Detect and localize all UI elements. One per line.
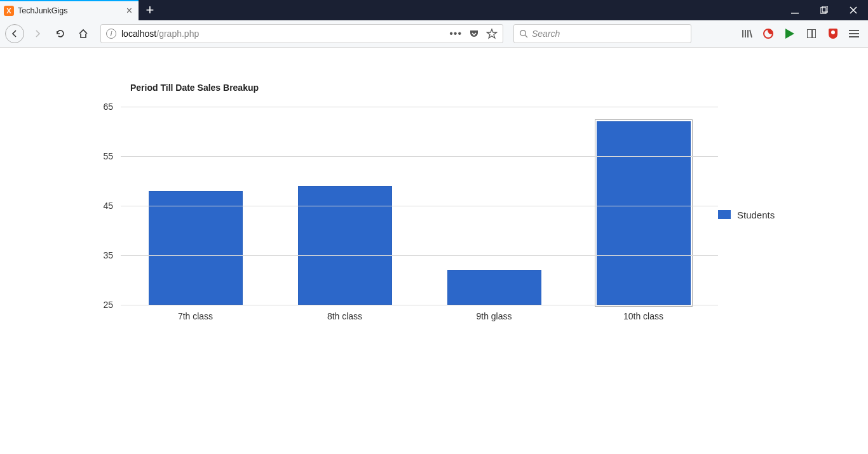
chart-y-tick-label: 55 — [103, 151, 113, 161]
library-icon[interactable] — [741, 28, 752, 39]
home-button[interactable] — [74, 24, 93, 43]
url-host: localhost — [121, 29, 156, 39]
search-bar[interactable] — [513, 24, 691, 43]
favicon-xampp-icon: X — [4, 6, 14, 16]
pocket-icon[interactable] — [468, 28, 480, 39]
chart-container: Period Till Date Sales Breakup 253545556… — [83, 83, 813, 321]
search-icon — [519, 29, 528, 38]
chart-title: Period Till Date Sales Breakup — [130, 83, 813, 93]
chart-gridline — [121, 107, 718, 107]
chart-x-axis: 7th class8th class9th glass10th class — [121, 311, 718, 321]
chart-x-tick-label: 7th class — [121, 311, 270, 321]
chart-x-tick-label: 8th class — [270, 311, 419, 321]
legend-swatch-icon — [718, 210, 731, 219]
tab-title: TechJunkGigs — [18, 6, 124, 15]
urlbar-actions: ••• — [449, 28, 498, 39]
search-input[interactable] — [532, 29, 686, 39]
chart-y-tick-label: 25 — [103, 300, 113, 310]
browser-toolbar: i localhost/graph.php ••• — [0, 20, 868, 48]
browser-tab-active[interactable]: X TechJunkGigs × — [0, 0, 139, 20]
opera-icon[interactable] — [763, 28, 774, 39]
address-bar[interactable]: i localhost/graph.php ••• — [100, 24, 503, 43]
url-display: localhost/graph.php — [121, 29, 444, 39]
chart-bar[interactable] — [149, 191, 243, 305]
chart-x-tick-label: 9th glass — [419, 311, 569, 321]
chart-bar[interactable] — [298, 186, 392, 305]
chart-gridline — [121, 206, 718, 206]
chart-gridline — [121, 255, 718, 256]
page-actions-icon[interactable]: ••• — [449, 28, 462, 39]
chart-gridline — [121, 156, 718, 157]
window-maximize-button[interactable] — [810, 0, 839, 20]
window-title-bar: X TechJunkGigs × + — [0, 0, 868, 20]
site-info-icon[interactable]: i — [106, 29, 116, 39]
chart-y-tick-label: 35 — [103, 250, 113, 260]
back-button[interactable] — [5, 24, 24, 43]
bookmark-star-icon[interactable] — [486, 28, 498, 39]
window-controls — [780, 0, 868, 20]
chart-legend: Students — [718, 107, 775, 321]
svg-point-3 — [520, 30, 526, 36]
reload-button[interactable] — [51, 24, 70, 43]
toolbar-extensions — [741, 28, 863, 39]
chart-y-tick-label: 65 — [103, 102, 113, 112]
chart-bar[interactable] — [597, 121, 691, 305]
chart-gridline — [121, 305, 718, 305]
svg-rect-0 — [791, 13, 799, 14]
shield-icon[interactable] — [827, 28, 839, 39]
chart-bar[interactable] — [447, 270, 541, 305]
forward-button[interactable] — [28, 24, 47, 43]
sidebar-icon[interactable] — [806, 28, 817, 39]
chart-plot-area: 2535455565 — [121, 107, 718, 305]
tab-close-icon[interactable]: × — [124, 5, 135, 17]
page-content: Period Till Date Sales Breakup 253545556… — [0, 48, 868, 454]
window-minimize-button[interactable] — [780, 0, 810, 20]
hamburger-menu-icon[interactable] — [849, 30, 859, 37]
legend-label: Students — [737, 210, 775, 220]
url-path: /graph.php — [156, 29, 199, 39]
window-close-button[interactable] — [839, 0, 868, 20]
new-tab-button[interactable]: + — [139, 0, 161, 20]
play-icon[interactable] — [784, 28, 796, 39]
chart-x-tick-label: 10th class — [569, 311, 718, 321]
chart-y-tick-label: 45 — [103, 201, 113, 211]
